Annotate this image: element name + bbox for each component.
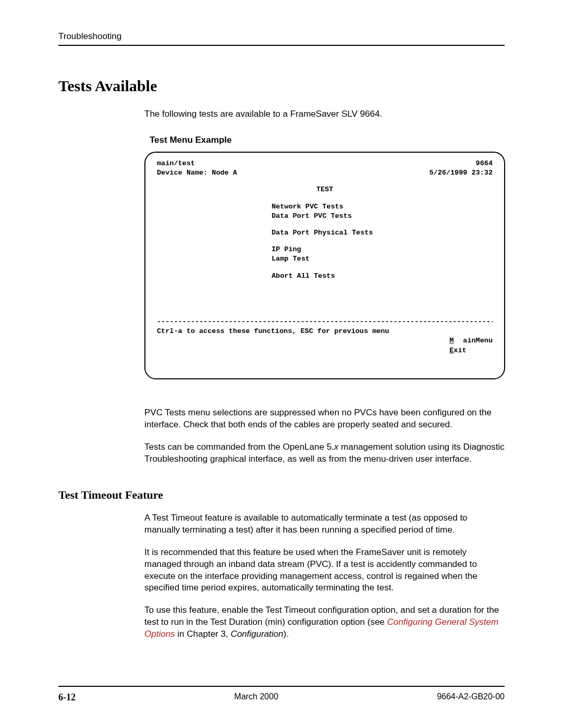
body-paragraph: A Test Timeout feature is available to a… <box>144 512 505 536</box>
terminal-title: TEST <box>157 185 493 194</box>
example-heading: Test Menu Example <box>150 135 505 145</box>
terminal-path: main/test <box>157 159 195 168</box>
page-title: Tests Available <box>58 77 505 95</box>
terminal-timestamp: 5/26/1999 23:32 <box>429 168 493 178</box>
terminal-model: 9664 <box>476 159 493 168</box>
terminal-menu-item: Data Port Physical Tests <box>157 228 493 238</box>
terminal-menu-item: Lamp Test <box>157 254 493 264</box>
terminal-device: Device Name: Node A <box>157 168 237 178</box>
terminal-menu-item: Abort All Tests <box>157 272 493 281</box>
footer-date: March 2000 <box>234 692 278 703</box>
terminal-divider: ----------------------------------------… <box>157 317 493 327</box>
running-header: Troubleshooting <box>58 31 505 46</box>
terminal-menu-item: IP Ping <box>157 245 493 254</box>
body-paragraph: PVC Tests menu selections are suppressed… <box>144 407 505 431</box>
document-number: 9664-A2-GB20-00 <box>437 692 505 703</box>
terminal-menu-item: Data Port PVC Tests <box>157 212 493 221</box>
intro-paragraph: The following tests are available to a F… <box>144 108 505 120</box>
body-paragraph: It is recommended that this feature be u… <box>144 547 505 595</box>
terminal-screen: main/test 9664 Device Name: Node A 5/26/… <box>144 152 505 379</box>
terminal-menu-item: Network PVC Tests <box>157 202 493 212</box>
page-number: 6-12 <box>58 692 76 703</box>
terminal-exit-option: Exit <box>449 347 466 354</box>
body-paragraph: To use this feature, enable the Test Tim… <box>144 604 505 640</box>
terminal-mainmenu-option: MainMenu <box>449 337 493 344</box>
page-footer: 6-12 March 2000 9664-A2-GB20-00 <box>58 686 505 703</box>
section-heading: Test Timeout Feature <box>58 488 505 502</box>
body-paragraph: Tests can be commanded from the OpenLane… <box>144 441 505 465</box>
terminal-help: Ctrl-a to access these functions, ESC fo… <box>157 327 389 365</box>
